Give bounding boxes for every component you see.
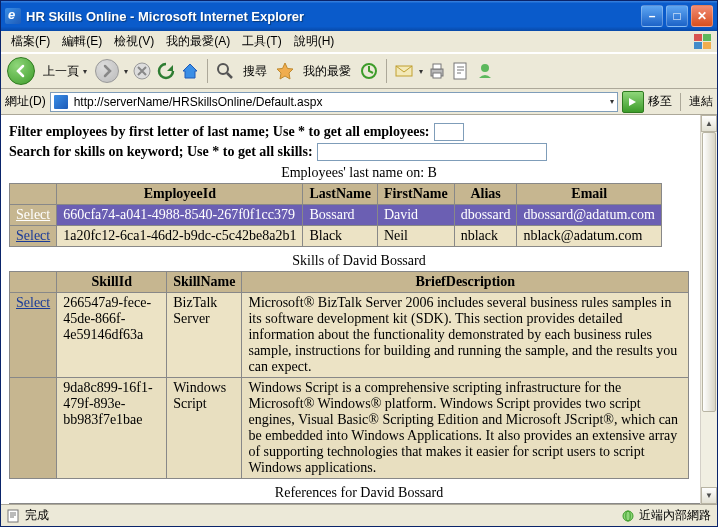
ie-icon bbox=[5, 8, 21, 24]
statusbar: 完成 近端內部網路 bbox=[1, 504, 717, 526]
cell-first: David bbox=[377, 205, 454, 226]
svg-rect-3 bbox=[703, 42, 711, 49]
col-lastname: LastName bbox=[303, 184, 377, 205]
search-label[interactable]: 搜尋 bbox=[239, 61, 271, 82]
address-bar: 網址(D) ▾ 移至 連結 bbox=[1, 89, 717, 115]
cell-id: 9da8c899-16f1-479f-893e-bb983f7e1bae bbox=[57, 378, 167, 479]
col-skillid: SkillId bbox=[57, 272, 167, 293]
svg-rect-2 bbox=[694, 42, 702, 49]
favorites-icon[interactable] bbox=[275, 61, 295, 81]
cell-last: Black bbox=[303, 226, 377, 247]
menubar: 檔案(F) 編輯(E) 檢視(V) 我的最愛(A) 工具(T) 說明(H) bbox=[1, 31, 717, 53]
cell-email: dbossard@adatum.com bbox=[517, 205, 661, 226]
vertical-scrollbar[interactable]: ▲ ▼ bbox=[700, 115, 717, 504]
forward-dropdown[interactable]: ▾ bbox=[124, 67, 128, 76]
titlebar: HR Skills Online - Microsoft Internet Ex… bbox=[1, 1, 717, 31]
address-box[interactable]: ▾ bbox=[50, 92, 618, 112]
skills-table: SkillId SkillName BriefDescription Selec… bbox=[9, 271, 689, 479]
svg-point-12 bbox=[481, 64, 489, 72]
select-link[interactable]: Select bbox=[16, 295, 50, 310]
scroll-thumb[interactable] bbox=[702, 132, 716, 412]
col-skillname: SkillName bbox=[167, 272, 242, 293]
stop-icon[interactable] bbox=[132, 61, 152, 81]
go-label: 移至 bbox=[648, 93, 672, 110]
cell-desc: Windows Script is a comprehensive script… bbox=[242, 378, 689, 479]
cell-desc: Microsoft® BizTalk Server 2006 includes … bbox=[242, 293, 689, 378]
col-desc: BriefDescription bbox=[242, 272, 689, 293]
employees-table: EmployeeId LastName FirstName Alias Emai… bbox=[9, 183, 662, 247]
svg-rect-0 bbox=[694, 34, 702, 41]
print-icon[interactable] bbox=[427, 61, 447, 81]
address-dropdown[interactable]: ▾ bbox=[610, 97, 614, 106]
zone-text: 近端內部網路 bbox=[639, 507, 711, 524]
scroll-down-button[interactable]: ▼ bbox=[701, 487, 717, 504]
skills-caption: Skills of David Bossard bbox=[9, 253, 709, 269]
menu-tools[interactable]: 工具(T) bbox=[236, 31, 287, 52]
search-icon[interactable] bbox=[215, 61, 235, 81]
messenger-icon[interactable] bbox=[475, 61, 495, 81]
table-row: Select 1a20fc12-6ca1-46d2-b9dc-c5c42be8a… bbox=[10, 226, 662, 247]
cell-alias: nblack bbox=[454, 226, 517, 247]
links-label[interactable]: 連結 bbox=[689, 93, 713, 110]
back-label[interactable]: 上一頁 ▾ bbox=[39, 61, 91, 82]
mail-icon[interactable] bbox=[394, 61, 414, 81]
filter-letter-label: Filter employees by first letter of last… bbox=[9, 124, 430, 140]
menu-file[interactable]: 檔案(F) bbox=[5, 31, 56, 52]
window-title: HR Skills Online - Microsoft Internet Ex… bbox=[26, 9, 641, 24]
cell-id: 266547a9-fece-45de-866f-4e59146df63a bbox=[57, 293, 167, 378]
col-alias: Alias bbox=[454, 184, 517, 205]
cell-id: 1a20fc12-6ca1-46d2-b9dc-c5c42be8a2b1 bbox=[57, 226, 303, 247]
cell-first: Neil bbox=[377, 226, 454, 247]
svg-rect-1 bbox=[703, 34, 711, 41]
select-link[interactable]: Select bbox=[16, 207, 50, 222]
address-label: 網址(D) bbox=[5, 93, 46, 110]
svg-rect-11 bbox=[454, 63, 466, 79]
maximize-button[interactable]: □ bbox=[666, 5, 688, 27]
svg-point-5 bbox=[218, 64, 228, 74]
page-icon bbox=[54, 95, 68, 109]
page-content: Filter employees by first letter of last… bbox=[1, 115, 717, 504]
select-link[interactable]: Select bbox=[16, 228, 50, 243]
close-button[interactable]: ✕ bbox=[691, 5, 713, 27]
menu-edit[interactable]: 編輯(E) bbox=[56, 31, 108, 52]
edit-icon[interactable] bbox=[451, 61, 471, 81]
filter-keyword-input[interactable] bbox=[317, 143, 547, 161]
filter-keyword-label: Search for skills on keyword; Use * to g… bbox=[9, 144, 313, 160]
home-icon[interactable] bbox=[180, 61, 200, 81]
cell-last: Bossard bbox=[303, 205, 377, 226]
go-button[interactable] bbox=[622, 91, 644, 113]
scroll-up-button[interactable]: ▲ bbox=[701, 115, 717, 132]
refresh-icon[interactable] bbox=[156, 61, 176, 81]
cell-name: BizTalk Server bbox=[167, 293, 242, 378]
favorites-label[interactable]: 我的最愛 bbox=[299, 61, 355, 82]
cell-id: 660cfa74-a041-4988-8540-267f0f1cc379 bbox=[57, 205, 303, 226]
minimize-button[interactable]: – bbox=[641, 5, 663, 27]
table-row: Select 660cfa74-a041-4988-8540-267f0f1cc… bbox=[10, 205, 662, 226]
history-icon[interactable] bbox=[359, 61, 379, 81]
zone-icon bbox=[621, 509, 635, 523]
menu-favorites[interactable]: 我的最愛(A) bbox=[160, 31, 236, 52]
status-text: 完成 bbox=[25, 507, 49, 524]
menu-view[interactable]: 檢視(V) bbox=[108, 31, 160, 52]
svg-rect-9 bbox=[433, 64, 441, 69]
filter-letter-input[interactable] bbox=[434, 123, 464, 141]
back-button[interactable] bbox=[7, 57, 35, 85]
browser-window: HR Skills Online - Microsoft Internet Ex… bbox=[0, 0, 718, 527]
svg-rect-10 bbox=[433, 73, 441, 78]
menu-help[interactable]: 說明(H) bbox=[288, 31, 341, 52]
done-icon bbox=[7, 509, 21, 523]
windows-logo-icon bbox=[693, 33, 713, 51]
col-email: Email bbox=[517, 184, 661, 205]
svg-rect-13 bbox=[8, 510, 18, 522]
forward-button[interactable] bbox=[95, 59, 119, 83]
col-blank bbox=[10, 184, 57, 205]
table-row: Select 266547a9-fece-45de-866f-4e59146df… bbox=[10, 293, 689, 378]
toolbar: 上一頁 ▾ ▾ 搜尋 我的最愛 ▾ bbox=[1, 53, 717, 89]
col-firstname: FirstName bbox=[377, 184, 454, 205]
refs-caption: References for David Bossard bbox=[9, 485, 709, 501]
cell-name: Windows Script bbox=[167, 378, 242, 479]
col-employeeid: EmployeeId bbox=[57, 184, 303, 205]
cell-email: nblack@adatum.com bbox=[517, 226, 661, 247]
employees-caption: Employees' last name on: B bbox=[9, 165, 709, 181]
address-input[interactable] bbox=[72, 94, 605, 110]
